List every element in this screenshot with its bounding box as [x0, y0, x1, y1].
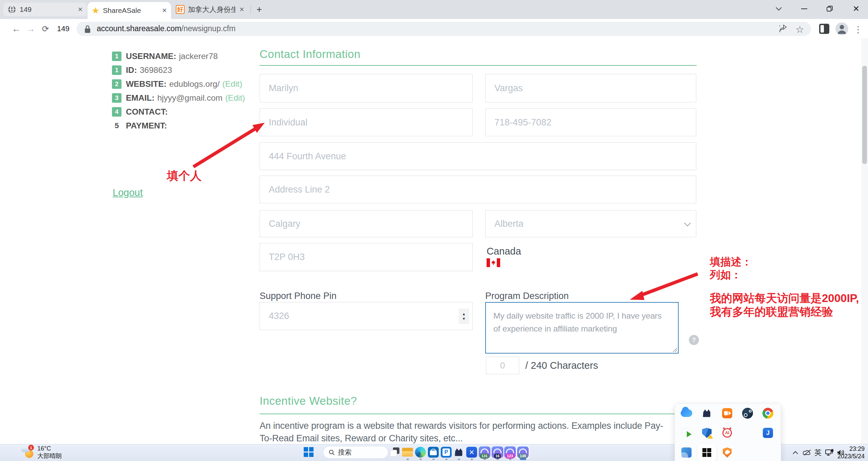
- profile-avatar[interactable]: [835, 22, 848, 35]
- city-input[interactable]: [260, 211, 472, 237]
- annotation-desc-line2: 我有多年的联盟营销经验: [710, 304, 833, 320]
- screen-record-icon[interactable]: [721, 407, 733, 419]
- running-indicator: [484, 459, 486, 460]
- edit-link[interactable]: (Edit): [225, 93, 245, 103]
- star-favicon-icon: ★: [92, 6, 99, 15]
- running-indicator: [496, 459, 499, 460]
- organization-input[interactable]: [260, 109, 472, 136]
- scrollbar-thumb[interactable]: [862, 66, 867, 164]
- tab-shareasale-active[interactable]: ★ ShareASale ✕: [88, 2, 171, 19]
- toolbar-counter: 149: [57, 24, 70, 33]
- bookmark-star-icon[interactable]: ☆: [793, 22, 807, 37]
- support-pin-input[interactable]: [260, 302, 472, 330]
- url-text[interactable]: account.shareasale.com/newsignup.cfm: [97, 24, 235, 33]
- hao-favicon-icon: 好: [176, 5, 185, 14]
- forward-icon[interactable]: →: [23, 22, 38, 36]
- step-number: 1: [112, 65, 121, 75]
- postal-input[interactable]: [260, 243, 472, 271]
- onedrive-paused-icon[interactable]: [803, 449, 814, 456]
- close-icon[interactable]: ✕: [239, 6, 244, 13]
- edit-link[interactable]: (Edit): [222, 79, 242, 89]
- step-number: 1: [112, 52, 121, 61]
- country-label: Canada: [487, 246, 521, 257]
- cat-icon[interactable]: [701, 407, 713, 419]
- step-label: WEBSITE:: [126, 79, 167, 89]
- x-app-icon[interactable]: ✕: [465, 445, 478, 459]
- running-indicator: [509, 459, 511, 460]
- back-icon[interactable]: ←: [9, 22, 23, 36]
- postal-field-wrap: [260, 243, 473, 271]
- annotation-fill-personal: 填个人: [167, 168, 202, 184]
- p-app-icon[interactable]: P: [439, 445, 453, 459]
- ime-indicator[interactable]: 英: [814, 448, 825, 457]
- browser-profile-131[interactable]: 131: [478, 445, 491, 459]
- state-select[interactable]: Alberta: [485, 210, 696, 237]
- menu-dots-icon[interactable]: ⋮: [851, 22, 865, 37]
- close-window-button[interactable]: ✕: [848, 2, 864, 16]
- step-contact: 4 CONTACT:: [112, 107, 170, 117]
- step-number: 4: [112, 107, 121, 117]
- tray-chevron-up-icon[interactable]: [793, 451, 803, 454]
- clock[interactable]: 23:29 2023/5/24: [836, 445, 865, 460]
- browser-profile-16[interactable]: 16: [491, 445, 504, 459]
- step-website: 2 WEBSITE: edublogs.org/ (Edit): [112, 79, 242, 89]
- logout-link[interactable]: Logout: [113, 187, 143, 198]
- windows-tiles-icon[interactable]: [701, 447, 713, 458]
- steam-icon[interactable]: [742, 407, 753, 419]
- new-tab-button[interactable]: +: [254, 4, 265, 15]
- cloud-icon[interactable]: [681, 407, 692, 419]
- close-icon[interactable]: ✕: [162, 7, 167, 14]
- task-view-icon[interactable]: [388, 445, 401, 459]
- chrome-icon[interactable]: [762, 407, 774, 419]
- page-content: 1 USERNAME: jackerer78 1 ID: 3698623 2 W…: [0, 38, 861, 461]
- edge-icon[interactable]: [414, 445, 427, 459]
- microsoft-store-icon[interactable]: [427, 445, 440, 459]
- number-stepper[interactable]: ▲▼: [459, 308, 469, 324]
- resize-grip-icon[interactable]: [673, 348, 677, 352]
- photos-icon[interactable]: [681, 447, 692, 458]
- incentive-title: Incentive Website?: [260, 395, 357, 407]
- step-number: 3: [112, 93, 121, 103]
- start-button[interactable]: [302, 445, 316, 459]
- browser-profile-123[interactable]: 123: [503, 445, 517, 459]
- music-j-icon[interactable]: J: [762, 427, 774, 439]
- tab-search-chevron-icon[interactable]: [771, 2, 787, 16]
- close-icon[interactable]: ✕: [78, 6, 83, 13]
- first-name-input[interactable]: [260, 74, 472, 102]
- address1-input[interactable]: [260, 143, 696, 170]
- network-icon[interactable]: [825, 449, 837, 456]
- browser-profile-149-active[interactable]: 149: [516, 445, 530, 459]
- step-label: USERNAME:: [126, 52, 176, 61]
- phone-input[interactable]: [486, 109, 696, 136]
- char-count-suffix: / 240 Characters: [525, 360, 598, 371]
- program-description-textarea[interactable]: My daily website traffic is 2000 IP, I h…: [486, 303, 678, 353]
- taskbar-search[interactable]: 搜索: [323, 446, 388, 459]
- address2-input[interactable]: [260, 176, 696, 203]
- tab-chinese-site[interactable]: 好 加拿大人身份生成-世界各国虚拟 ✕: [172, 3, 248, 16]
- reload-icon[interactable]: ⟳: [38, 22, 53, 36]
- tab-149[interactable]: 149 ✕: [3, 3, 87, 16]
- minimize-button[interactable]: [796, 2, 812, 16]
- chevron-down-icon: [684, 220, 691, 226]
- running-indicator: [458, 459, 460, 460]
- program-description-label: Program Description: [485, 291, 569, 301]
- divider: [250, 5, 251, 14]
- last-name-input[interactable]: [486, 74, 696, 102]
- ai-robot-icon[interactable]: AI: [721, 427, 733, 439]
- restore-button[interactable]: [822, 2, 837, 16]
- address1-field-wrap: [260, 142, 696, 170]
- weather-widget[interactable]: 1 16°C 大部晴朗: [21, 445, 62, 460]
- defender-shield-icon[interactable]: [701, 427, 713, 439]
- share-icon[interactable]: [778, 24, 788, 34]
- file-explorer-icon[interactable]: [401, 445, 414, 459]
- side-panel-icon[interactable]: [819, 24, 829, 34]
- globe-icon: [7, 5, 16, 14]
- organization-field-wrap: [260, 108, 473, 136]
- first-name-field-wrap: [260, 74, 473, 102]
- flame-shield-icon[interactable]: [721, 447, 733, 458]
- help-icon[interactable]: ?: [689, 335, 699, 345]
- cat-app-icon[interactable]: [452, 445, 466, 459]
- video-play-icon[interactable]: [681, 427, 692, 439]
- step-number: 5: [112, 121, 121, 131]
- step-value: jackerer78: [179, 52, 218, 61]
